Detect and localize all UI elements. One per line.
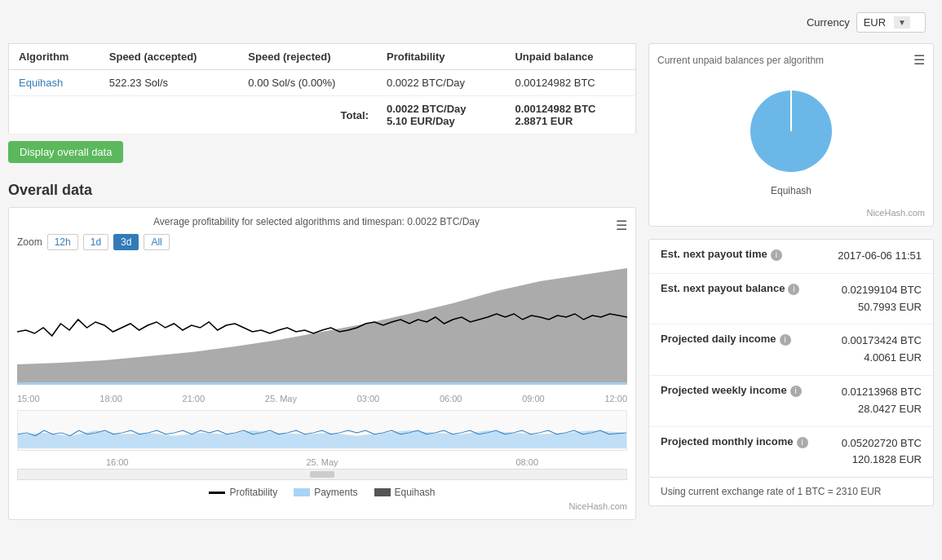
col-speed-rejected: Speed (rejected) bbox=[238, 44, 377, 70]
info-icon[interactable]: i bbox=[790, 386, 802, 397]
svg-marker-0 bbox=[17, 268, 627, 385]
axis-label: 03:00 bbox=[357, 394, 380, 403]
algorithm-link[interactable]: Equihash bbox=[19, 77, 63, 89]
stat-label: Est. next payout timei bbox=[661, 248, 782, 261]
scroll-handle bbox=[310, 471, 334, 478]
payments-legend-icon bbox=[294, 488, 310, 496]
equihash-legend-label: Equihash bbox=[395, 487, 436, 498]
col-algorithm: Algorithm bbox=[9, 44, 100, 70]
profitability-cell: 0.0022 BTC/Day bbox=[377, 70, 505, 96]
pie-chart-header: Current unpaid balances per algorithm ☰ bbox=[657, 52, 925, 68]
info-icon[interactable]: i bbox=[771, 249, 782, 261]
stat-values: 2017-06-06 11:51 bbox=[838, 248, 922, 265]
chart-menu-icon[interactable]: ☰ bbox=[616, 218, 627, 233]
mini-axis-label: 25. May bbox=[306, 457, 338, 467]
nicehash-credit-2: NiceHash.com bbox=[17, 501, 627, 511]
axis-label: 12:00 bbox=[604, 394, 627, 403]
currency-selector[interactable]: EUR ▼ bbox=[856, 12, 926, 33]
mini-axis-label: 16:00 bbox=[106, 457, 129, 467]
zoom-3d-button[interactable]: 3d bbox=[113, 234, 139, 250]
col-unpaid-balance: Unpaid balance bbox=[505, 44, 635, 70]
chevron-down-icon: ▼ bbox=[894, 16, 910, 29]
stat-values: 0.05202720 BTC120.1828 EUR bbox=[842, 435, 922, 470]
stat-values: 0.00173424 BTC4.0061 EUR bbox=[842, 333, 922, 367]
stat-label: Projected monthly incomei bbox=[661, 435, 808, 448]
left-panel: Algorithm Speed (accepted) Speed (reject… bbox=[8, 43, 636, 520]
chart-legend: Profitability Payments Equihash bbox=[17, 487, 627, 498]
currency-label: Currency bbox=[807, 16, 850, 29]
stat-label-text: Est. next payout balance bbox=[661, 282, 785, 294]
profitability-legend-label: Profitability bbox=[229, 487, 277, 498]
equihash-legend-icon bbox=[374, 488, 391, 496]
col-profitability: Profitability bbox=[377, 44, 505, 70]
main-chart-area bbox=[17, 258, 627, 389]
svg-marker-1 bbox=[17, 382, 627, 385]
mini-chart-svg bbox=[18, 411, 626, 450]
zoom-1d-button[interactable]: 1d bbox=[83, 234, 108, 250]
info-icon[interactable]: i bbox=[797, 437, 808, 448]
svg-marker-2 bbox=[18, 430, 626, 448]
stat-value: 0.01213968 BTC bbox=[842, 384, 922, 401]
stat-value: 28.0427 EUR bbox=[842, 401, 922, 418]
axis-label: 21:00 bbox=[183, 394, 206, 403]
zoom-controls: Zoom 12h 1d 3d All bbox=[17, 234, 627, 250]
unpaid-balance-cell: 0.00124982 BTC bbox=[505, 70, 635, 96]
pie-chart bbox=[742, 82, 840, 180]
pie-container: Equihash bbox=[657, 74, 925, 205]
display-overall-data-button[interactable]: Display overall data bbox=[8, 141, 123, 163]
axis-label: 25. May bbox=[265, 394, 297, 403]
mini-axis-labels: 16:00 25. May 08:00 bbox=[17, 456, 627, 469]
stat-value: 0.05202720 BTC bbox=[842, 435, 922, 452]
stat-label: Est. next payout balancei bbox=[661, 282, 799, 295]
exchange-note: Using current exchange rate of 1 BTC = 2… bbox=[648, 478, 934, 506]
col-speed-accepted: Speed (accepted) bbox=[100, 44, 239, 70]
stat-value: 4.0061 EUR bbox=[842, 350, 922, 367]
info-icon[interactable]: i bbox=[788, 284, 799, 295]
pie-svg bbox=[742, 82, 840, 180]
pie-menu-icon[interactable]: ☰ bbox=[913, 52, 925, 68]
stat-row: Est. next payout timei2017-06-06 11:51 bbox=[649, 240, 933, 274]
chart-axis-labels: 15:00 18:00 21:00 25. May 03:00 06:00 09… bbox=[17, 392, 627, 405]
stat-row: Est. next payout balancei0.02199104 BTC5… bbox=[649, 274, 933, 325]
stat-value: 0.02199104 BTC bbox=[842, 282, 922, 299]
axis-label: 15:00 bbox=[17, 394, 40, 403]
payments-legend-label: Payments bbox=[314, 487, 357, 498]
stats-panel: Est. next payout timei2017-06-06 11:51Es… bbox=[648, 239, 934, 478]
zoom-12h-button[interactable]: 12h bbox=[47, 234, 78, 250]
pie-chart-panel: Current unpaid balances per algorithm ☰ … bbox=[648, 43, 934, 227]
stat-row: Projected monthly incomei0.05202720 BTC1… bbox=[649, 427, 933, 478]
stat-values: 0.01213968 BTC28.0427 EUR bbox=[842, 384, 922, 418]
stat-label-text: Est. next payout time bbox=[661, 248, 767, 260]
speed-accepted-cell: 522.23 Sol/s bbox=[100, 70, 239, 96]
line-chart-panel: Average profitability for selected algor… bbox=[8, 207, 636, 520]
profitability-legend-icon bbox=[209, 492, 225, 494]
stat-label-text: Projected daily income bbox=[661, 333, 776, 345]
stat-value: 2017-06-06 11:51 bbox=[838, 248, 922, 265]
stat-row: Projected daily incomei0.00173424 BTC4.0… bbox=[649, 324, 933, 376]
right-panel: Current unpaid balances per algorithm ☰ … bbox=[648, 43, 934, 520]
total-row: Total: 0.0022 BTC/Day 5.10 EUR/Day 0.001… bbox=[9, 96, 636, 134]
pie-chart-title: Current unpaid balances per algorithm bbox=[657, 55, 824, 66]
table-row: Equihash 522.23 Sol/s 0.00 Sol/s (0.00%)… bbox=[9, 70, 636, 96]
stat-value: 0.00173424 BTC bbox=[842, 333, 922, 350]
chart-subtitle: Average profitability for selected algor… bbox=[17, 216, 616, 227]
speed-rejected-cell: 0.00 Sol/s (0.00%) bbox=[238, 70, 377, 96]
stat-row: Projected weekly incomei0.01213968 BTC28… bbox=[649, 376, 933, 427]
zoom-all-button[interactable]: All bbox=[144, 234, 169, 250]
zoom-label: Zoom bbox=[17, 236, 42, 248]
legend-equihash: Equihash bbox=[374, 487, 436, 498]
stat-values: 0.02199104 BTC50.7993 EUR bbox=[842, 282, 922, 316]
pie-label: Equihash bbox=[771, 185, 812, 196]
mini-axis-label: 08:00 bbox=[515, 457, 538, 467]
overall-data-title: Overall data bbox=[8, 182, 636, 199]
info-icon[interactable]: i bbox=[780, 334, 791, 346]
currency-bar: Currency EUR ▼ bbox=[8, 8, 934, 37]
total-balance: 0.00124982 BTC 2.8871 EUR bbox=[505, 96, 635, 134]
legend-payments: Payments bbox=[294, 487, 357, 498]
algorithm-table: Algorithm Speed (accepted) Speed (reject… bbox=[8, 43, 636, 134]
chart-scrollbar[interactable] bbox=[17, 469, 627, 480]
mini-chart-area[interactable] bbox=[17, 410, 627, 451]
axis-label: 09:00 bbox=[522, 394, 545, 403]
stat-label: Projected weekly incomei bbox=[661, 384, 802, 397]
stat-value: 50.7993 EUR bbox=[842, 299, 922, 316]
